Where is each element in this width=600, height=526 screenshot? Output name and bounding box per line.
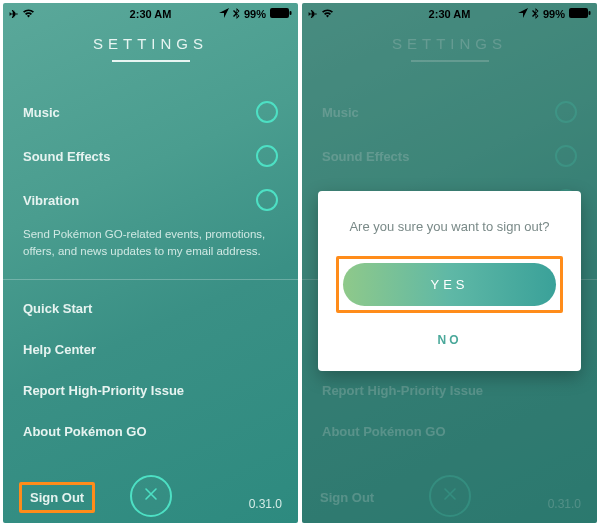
airplane-icon: ✈ (9, 8, 18, 21)
location-icon (518, 8, 528, 20)
yes-button[interactable]: YES (343, 263, 556, 306)
wifi-icon (22, 8, 35, 20)
toggle-label: Sound Effects (23, 149, 110, 164)
link-about: About Pokémon GO (322, 411, 577, 452)
toggle-sound-effects[interactable]: Sound Effects (23, 134, 278, 178)
svg-rect-1 (290, 11, 292, 15)
circle-icon (256, 145, 278, 167)
close-icon (443, 487, 457, 505)
yes-highlight: YES (336, 256, 563, 313)
wifi-icon (321, 8, 334, 20)
toggle-vibration[interactable]: Vibration (23, 178, 278, 222)
page-title: SETTINGS (302, 35, 597, 52)
svg-rect-3 (589, 11, 591, 15)
toggle-label: Music (322, 105, 359, 120)
battery-icon (569, 8, 591, 20)
svg-rect-0 (270, 8, 289, 18)
page-title: SETTINGS (3, 35, 298, 52)
sign-out-highlight: Sign Out (19, 482, 95, 513)
link-report-issue: Report High-Priority Issue (322, 370, 577, 411)
title-underline (411, 60, 489, 62)
email-description: Send Pokémon GO-related events, promotio… (23, 222, 278, 279)
bluetooth-icon (532, 8, 539, 21)
link-report-issue[interactable]: Report High-Priority Issue (23, 370, 278, 411)
close-button (429, 475, 471, 517)
status-bar: ✈ 2:30 AM 99% (302, 3, 597, 23)
link-about[interactable]: About Pokémon GO (23, 411, 278, 452)
svg-rect-2 (569, 8, 588, 18)
close-icon (144, 487, 158, 505)
battery-percent: 99% (543, 8, 565, 20)
circle-icon (555, 101, 577, 123)
no-button[interactable]: NO (336, 327, 563, 353)
divider (3, 279, 298, 280)
settings-screen-right: ✈ 2:30 AM 99% SETTINGS (302, 3, 597, 523)
circle-icon (256, 189, 278, 211)
location-icon (219, 8, 229, 20)
toggle-label: Vibration (23, 193, 79, 208)
toggle-label: Sound Effects (322, 149, 409, 164)
status-bar: ✈ 2:30 AM 99% (3, 3, 298, 23)
circle-icon (256, 101, 278, 123)
bluetooth-icon (233, 8, 240, 21)
battery-percent: 99% (244, 8, 266, 20)
toggle-label: Music (23, 105, 60, 120)
settings-screen-left: ✈ 2:30 AM 99% SETTINGS (3, 3, 298, 523)
status-time: 2:30 AM (429, 8, 471, 20)
toggle-sound-effects: Sound Effects (322, 134, 577, 178)
sign-out-dialog: Are you sure you want to sign out? YES N… (318, 191, 581, 371)
dialog-message: Are you sure you want to sign out? (336, 219, 563, 234)
version-label: 0.31.0 (548, 497, 581, 511)
sign-out-button: Sign Out (318, 482, 376, 513)
circle-icon (555, 145, 577, 167)
airplane-icon: ✈ (308, 8, 317, 21)
battery-icon (270, 8, 292, 20)
toggle-music: Music (322, 90, 577, 134)
close-button[interactable] (130, 475, 172, 517)
status-time: 2:30 AM (130, 8, 172, 20)
version-label: 0.31.0 (249, 497, 282, 511)
toggle-music[interactable]: Music (23, 90, 278, 134)
link-help-center[interactable]: Help Center (23, 329, 278, 370)
sign-out-button[interactable]: Sign Out (30, 490, 84, 505)
link-quick-start[interactable]: Quick Start (23, 288, 278, 329)
